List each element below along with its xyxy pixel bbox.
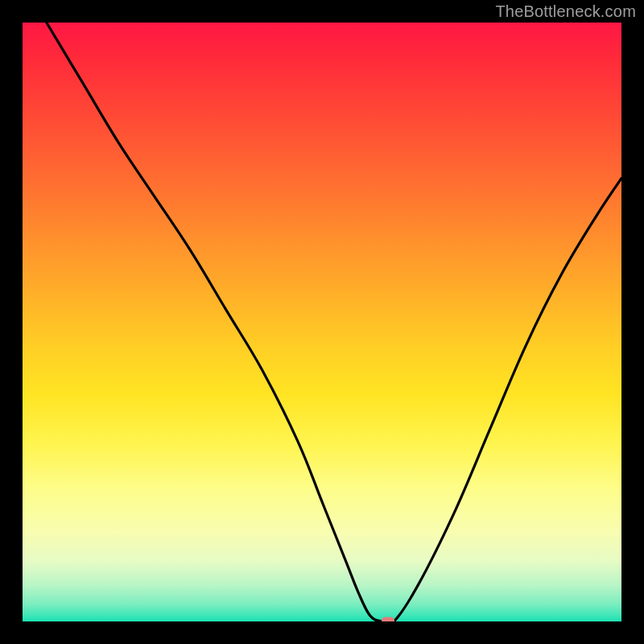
min-marker [382, 617, 394, 622]
watermark-label: TheBottleneck.com [495, 2, 636, 21]
bottleneck-curve [23, 23, 621, 621]
plot-area [23, 23, 621, 621]
curve-path [47, 23, 621, 621]
chart-container: TheBottleneck.com [0, 0, 644, 644]
